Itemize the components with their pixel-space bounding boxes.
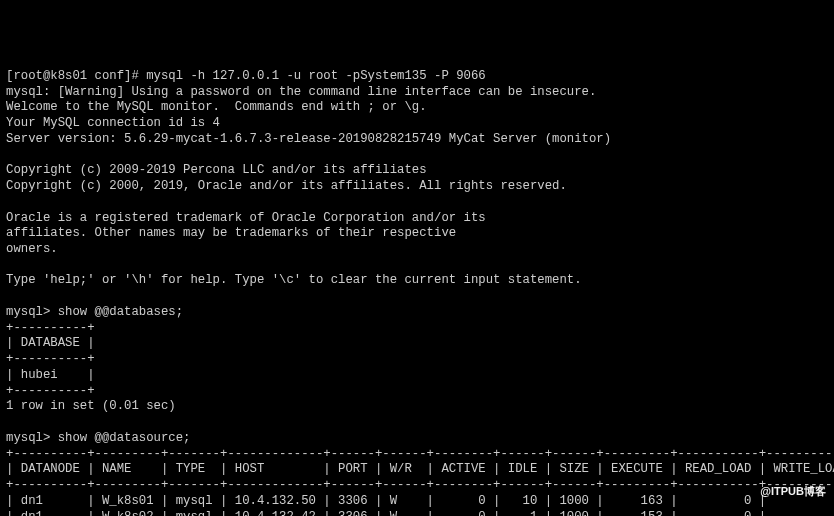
help-line: Type 'help;' or '\h' for help. Type '\c'… bbox=[6, 273, 582, 287]
mysql-conn-id: Your MySQL connection id is 4 bbox=[6, 116, 220, 130]
table-header: | DATANODE | NAME | TYPE | HOST | PORT |… bbox=[6, 462, 834, 476]
trademark-line: Oracle is a registered trademark of Orac… bbox=[6, 211, 486, 225]
table-border: +----------+---------+-------+----------… bbox=[6, 447, 834, 461]
trademark-line: owners. bbox=[6, 242, 58, 256]
table-header: | DATABASE | bbox=[6, 336, 95, 350]
mysql-server-version: Server version: 5.6.29-mycat-1.6.7.3-rel… bbox=[6, 132, 611, 146]
table-border: +----------+ bbox=[6, 321, 95, 335]
table-border: +----------+ bbox=[6, 352, 95, 366]
trademark-line: affiliates. Other names may be trademark… bbox=[6, 226, 456, 240]
mysql-warning: mysql: [Warning] Using a password on the… bbox=[6, 85, 596, 99]
shell-prompt-line: [root@k8s01 conf]# mysql -h 127.0.0.1 -u… bbox=[6, 69, 486, 83]
table-row: | dn1 | W_k8s02 | mysql | 10.4.132.42 | … bbox=[6, 510, 834, 517]
mysql-query-2: mysql> show @@datasource; bbox=[6, 431, 190, 445]
watermark: @ITPUB博客 bbox=[760, 484, 826, 498]
copyright-line: Copyright (c) 2009-2019 Percona LLC and/… bbox=[6, 163, 427, 177]
copyright-line: Copyright (c) 2000, 2019, Oracle and/or … bbox=[6, 179, 567, 193]
mysql-welcome: Welcome to the MySQL monitor. Commands e… bbox=[6, 100, 427, 114]
query-footer: 1 row in set (0.01 sec) bbox=[6, 399, 176, 413]
table-border: +----------+---------+-------+----------… bbox=[6, 478, 834, 492]
mysql-query-1: mysql> show @@databases; bbox=[6, 305, 183, 319]
table-row: | dn1 | W_k8s01 | mysql | 10.4.132.50 | … bbox=[6, 494, 834, 508]
table-border: +----------+ bbox=[6, 384, 95, 398]
table-row: | hubei | bbox=[6, 368, 95, 382]
